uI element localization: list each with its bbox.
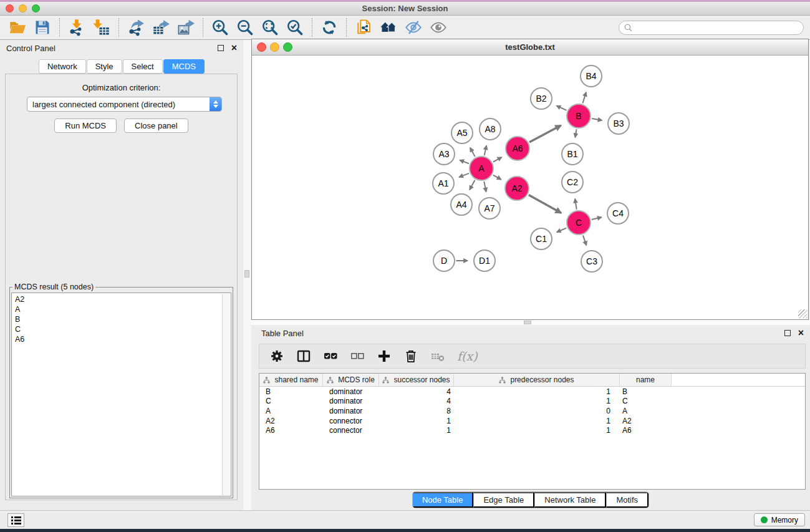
graph-edge-C-C3[interactable] bbox=[583, 235, 586, 245]
float-panel-icon[interactable] bbox=[218, 45, 224, 51]
zoom-fit-button[interactable] bbox=[258, 17, 282, 38]
graph-node-B1[interactable]: B1 bbox=[561, 143, 584, 165]
graph-node-D[interactable]: D bbox=[433, 249, 455, 272]
settings-gear-icon[interactable] bbox=[269, 349, 284, 364]
show-graphics-details-button[interactable] bbox=[426, 17, 451, 38]
graph-edge-C-C4[interactable] bbox=[592, 217, 602, 220]
run-mcds-button[interactable]: Run MCDS bbox=[54, 118, 117, 133]
tab-node-table[interactable]: Node Table bbox=[413, 492, 474, 508]
function-builder-button[interactable]: f(x) bbox=[457, 349, 478, 363]
graph-edge-B-B4[interactable] bbox=[582, 92, 586, 104]
column-header-predecessor-nodes[interactable]: predecessor nodes bbox=[454, 374, 620, 386]
table-row[interactable]: Adominator80A bbox=[259, 406, 805, 416]
float-panel-icon[interactable] bbox=[784, 330, 791, 336]
mcds-list-scrollbar[interactable] bbox=[222, 294, 230, 495]
column-header-shared-name[interactable]: shared name bbox=[259, 374, 323, 386]
graph-node-C4[interactable]: C4 bbox=[607, 202, 629, 225]
mcds-result-item[interactable]: B bbox=[15, 314, 228, 324]
graph-edge-A-A5[interactable] bbox=[470, 148, 475, 157]
graph-node-C3[interactable]: C3 bbox=[581, 250, 603, 273]
tab-style[interactable]: Style bbox=[87, 59, 122, 74]
window-resize-grip[interactable] bbox=[798, 309, 807, 318]
mcds-result-item[interactable]: C bbox=[15, 324, 228, 334]
splitter-handle[interactable] bbox=[524, 321, 531, 324]
graph-node-A7[interactable]: A7 bbox=[478, 197, 501, 220]
mcds-result-list[interactable]: A2ABCA6 bbox=[11, 293, 231, 496]
task-history-button[interactable] bbox=[7, 513, 24, 527]
graph-node-B4[interactable]: B4 bbox=[580, 65, 602, 87]
refresh-button[interactable] bbox=[317, 17, 342, 38]
import-network-button[interactable] bbox=[64, 17, 89, 38]
tab-select[interactable]: Select bbox=[123, 59, 163, 74]
select-all-checkboxes-icon[interactable] bbox=[323, 349, 338, 364]
graph-edge-A-A3[interactable] bbox=[460, 160, 469, 164]
table-row[interactable]: Bdominator41B bbox=[259, 387, 805, 397]
graph-node-C1[interactable]: C1 bbox=[530, 228, 552, 250]
graph-edge-A-A7[interactable] bbox=[484, 181, 486, 191]
graph-edge-A6-B[interactable] bbox=[529, 125, 561, 142]
graph-node-A8[interactable]: A8 bbox=[479, 118, 501, 140]
mcds-result-item[interactable]: A6 bbox=[15, 334, 228, 344]
tab-network-table[interactable]: Network Table bbox=[534, 492, 606, 508]
mcds-result-item[interactable]: A2 bbox=[15, 294, 228, 304]
table-row[interactable]: A6connector11A6 bbox=[259, 425, 805, 435]
table-row[interactable]: Cdominator41C bbox=[259, 397, 805, 407]
graph-node-A2[interactable]: A2 bbox=[504, 176, 529, 201]
graph-node-C[interactable]: C bbox=[566, 210, 591, 235]
column-header-successor-nodes[interactable]: successor nodes bbox=[379, 374, 454, 386]
tab-motifs[interactable]: Motifs bbox=[606, 492, 648, 508]
column-header-name[interactable]: name bbox=[620, 374, 672, 386]
graph-node-B2[interactable]: B2 bbox=[530, 87, 552, 110]
vertical-splitter[interactable] bbox=[243, 40, 251, 510]
graph-node-A3[interactable]: A3 bbox=[433, 143, 455, 165]
tab-network[interactable]: Network bbox=[39, 59, 86, 74]
mcds-result-item[interactable]: A bbox=[15, 304, 228, 314]
table-row[interactable]: A2connector11A2 bbox=[259, 416, 805, 426]
column-header-mcds-role[interactable]: MCDS role bbox=[323, 374, 379, 386]
graph-edge-A2-C[interactable] bbox=[529, 195, 561, 213]
graph-node-D1[interactable]: D1 bbox=[473, 249, 496, 272]
tab-mcds[interactable]: MCDS bbox=[163, 59, 205, 74]
network-canvas[interactable]: B4B2BB3A8A5A6A3B1AC2A1A2A4A7C4CC1DD1C3 bbox=[252, 56, 808, 319]
export-image-button[interactable] bbox=[173, 17, 198, 38]
graph-edge-A-A4[interactable] bbox=[470, 180, 475, 190]
column-view-icon[interactable] bbox=[296, 349, 311, 364]
graph-node-A4[interactable]: A4 bbox=[450, 193, 473, 216]
graph-node-B[interactable]: B bbox=[566, 104, 591, 128]
duplicate-network-button[interactable] bbox=[351, 17, 376, 38]
graph-node-C2[interactable]: C2 bbox=[561, 171, 584, 193]
zoom-out-button[interactable] bbox=[233, 17, 258, 38]
graph-edge-A-A8[interactable] bbox=[485, 145, 486, 155]
import-table-button[interactable] bbox=[89, 17, 114, 38]
zoom-in-button[interactable] bbox=[208, 17, 233, 38]
export-table-button[interactable] bbox=[148, 17, 173, 38]
graph-edge-A-A1[interactable] bbox=[459, 173, 469, 177]
splitter-handle[interactable] bbox=[244, 270, 249, 278]
close-panel-icon[interactable]: × bbox=[798, 330, 804, 336]
criterion-select[interactable]: largest connected component (directed) bbox=[27, 97, 222, 112]
save-session-button[interactable] bbox=[30, 17, 55, 38]
close-panel-icon[interactable]: × bbox=[231, 45, 237, 51]
graph-edge-C-C2[interactable] bbox=[575, 199, 577, 210]
graph-edge-B-B2[interactable] bbox=[556, 105, 566, 110]
graph-node-B3[interactable]: B3 bbox=[607, 112, 630, 135]
close-panel-button[interactable]: Close panel bbox=[124, 118, 188, 133]
graph-edge-B-B1[interactable] bbox=[575, 129, 576, 137]
tab-edge-table[interactable]: Edge Table bbox=[473, 492, 534, 508]
graph-edge-C-C1[interactable] bbox=[557, 228, 566, 233]
horizontal-splitter[interactable] bbox=[251, 320, 810, 325]
graph-node-A1[interactable]: A1 bbox=[432, 172, 455, 195]
graph-node-A[interactable]: A bbox=[469, 156, 494, 181]
add-column-icon[interactable] bbox=[377, 349, 392, 364]
graph-node-A5[interactable]: A5 bbox=[451, 122, 473, 144]
home-button[interactable] bbox=[376, 17, 401, 38]
deselect-all-checkboxes-icon[interactable] bbox=[350, 349, 365, 364]
graph-edge-B-B3[interactable] bbox=[592, 118, 602, 120]
graph-edge-A-A6[interactable] bbox=[493, 157, 502, 162]
export-network-button[interactable] bbox=[123, 17, 148, 38]
hide-graphics-details-button[interactable] bbox=[401, 17, 426, 38]
delete-column-icon[interactable] bbox=[403, 349, 418, 364]
open-file-button[interactable] bbox=[5, 17, 30, 38]
delete-table-icon[interactable] bbox=[430, 349, 445, 364]
search-input[interactable] bbox=[635, 22, 803, 34]
